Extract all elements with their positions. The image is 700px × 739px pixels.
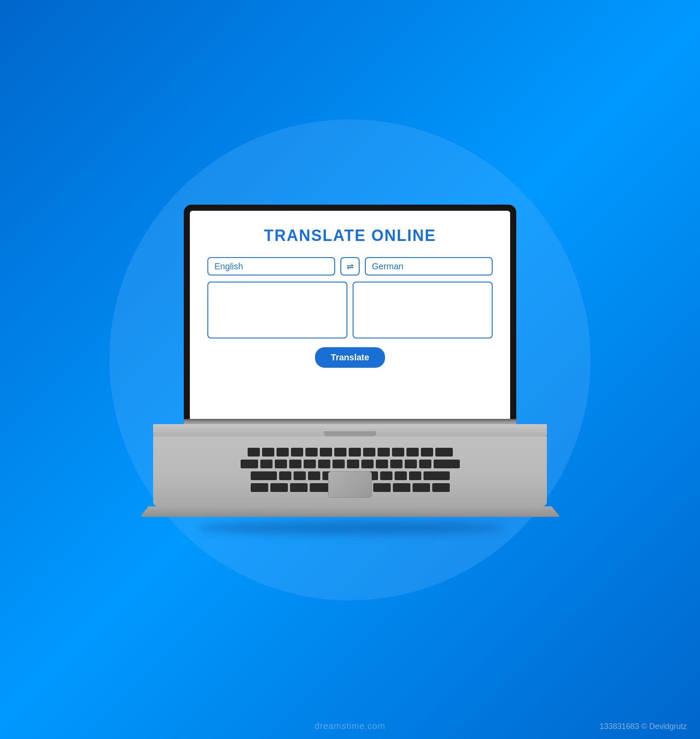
target-language-input[interactable] [365, 257, 493, 275]
translate-button[interactable]: Translate [315, 347, 385, 368]
key [435, 448, 453, 457]
key [290, 483, 308, 492]
key [251, 483, 268, 492]
keyboard-row-2 [241, 460, 460, 468]
touchpad[interactable] [328, 471, 372, 498]
laptop-screen-outer: TRANSLATE ONLINE ⇌ Translate [184, 205, 516, 419]
main-scene: TRANSLATE ONLINE ⇌ Translate [153, 205, 547, 534]
laptop-hinge [184, 419, 516, 424]
key [424, 471, 450, 480]
key [320, 448, 332, 457]
key [432, 483, 450, 492]
key [294, 471, 306, 480]
key [361, 460, 374, 468]
key [279, 471, 291, 480]
base-bottom [140, 506, 560, 517]
key [419, 460, 431, 468]
key [393, 483, 410, 492]
key [304, 460, 316, 468]
key [241, 460, 258, 468]
key [332, 460, 345, 468]
laptop-base [153, 424, 547, 517]
key [305, 448, 318, 457]
key [390, 460, 402, 468]
key [349, 448, 361, 457]
key [373, 483, 391, 492]
text-areas [207, 282, 493, 338]
laptop-shadow [197, 521, 503, 534]
app-title: TRANSLATE ONLINE [264, 227, 436, 245]
key [334, 448, 346, 457]
credit-text: 133831683 © Devidgrutz [600, 722, 687, 731]
key [289, 460, 301, 468]
key [378, 448, 390, 457]
key [308, 471, 320, 480]
keyboard-row-1 [248, 448, 453, 457]
laptop: TRANSLATE ONLINE ⇌ Translate [153, 205, 547, 517]
key [318, 460, 330, 468]
language-row: ⇌ [207, 257, 493, 275]
key [291, 448, 303, 457]
keyboard-section [153, 436, 547, 506]
key [434, 460, 460, 468]
key [262, 448, 274, 457]
key [406, 448, 419, 457]
screen-inner: TRANSLATE ONLINE ⇌ Translate [190, 211, 510, 419]
key [347, 460, 359, 468]
key [409, 471, 421, 480]
key [380, 471, 392, 480]
source-text-area[interactable] [207, 282, 347, 338]
key [275, 460, 287, 468]
key [270, 483, 288, 492]
key [276, 448, 289, 457]
key [363, 448, 375, 457]
key [260, 460, 273, 468]
key [405, 460, 417, 468]
key [251, 471, 277, 480]
key [376, 460, 388, 468]
key [421, 448, 433, 457]
key [248, 448, 260, 457]
watermark-text: dreamstime.com [315, 721, 385, 731]
key [392, 448, 404, 457]
base-top [153, 424, 547, 436]
target-text-area[interactable] [353, 282, 493, 338]
swap-languages-button[interactable]: ⇌ [340, 257, 360, 275]
key [413, 483, 430, 492]
source-language-input[interactable] [207, 257, 335, 275]
key [395, 471, 407, 480]
